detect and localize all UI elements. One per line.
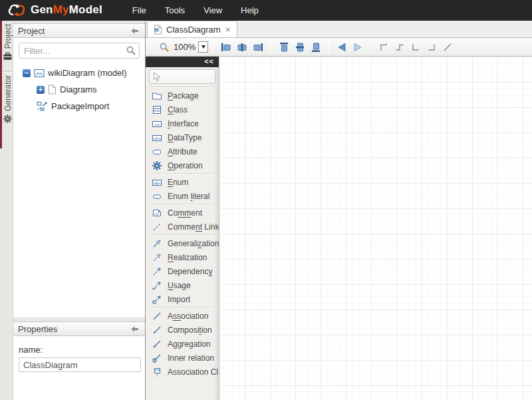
association-icon: [152, 311, 162, 321]
close-icon[interactable]: ×: [225, 25, 231, 35]
palette-divider: [150, 87, 215, 88]
palette-item-label: Operation: [168, 161, 203, 170]
palette-item-label: Association Cl...: [168, 367, 219, 377]
brand-logo[interactable]: GenMyModel: [0, 2, 102, 18]
connector-elbow-up-button[interactable]: [376, 40, 392, 55]
sidebar-tab-project[interactable]: Project: [2, 24, 13, 61]
menu-help[interactable]: Help: [236, 1, 263, 19]
properties-panel: Properties name:: [13, 321, 145, 400]
palette-item-label: Comment: [168, 208, 202, 218]
palette-item-composition[interactable]: Composition: [146, 323, 219, 337]
diagram-canvas[interactable]: [219, 57, 532, 400]
palette-item-label: Attribute: [168, 147, 198, 156]
sidebar-tab-generator[interactable]: Generator: [2, 75, 13, 123]
palette-item-usage[interactable]: Usage: [146, 278, 219, 292]
connector-elbow-l-button[interactable]: [408, 40, 424, 55]
menubar: GenMyModel File Tools View Help: [0, 0, 532, 21]
palette-item-label: Realization: [168, 253, 207, 262]
tree-item-diagrams[interactable]: + Diagrams: [19, 81, 140, 98]
flip-right-button[interactable]: [350, 40, 366, 55]
tool-palette: << Package Class «I» Interfac: [146, 57, 219, 400]
tab-classdiagram[interactable]: ClassDiagram ×: [147, 21, 237, 37]
filter-input[interactable]: [19, 43, 140, 59]
comment-link-icon: [152, 222, 162, 232]
palette-item-enum[interactable]: «E» Enum: [146, 175, 219, 189]
align-top-button[interactable]: [276, 40, 292, 55]
usage-icon: [152, 280, 162, 291]
genmymodel-app: GenMyModel File Tools View Help Project …: [0, 0, 532, 400]
connector-straight-button[interactable]: [440, 40, 456, 55]
align-left-button[interactable]: [218, 40, 234, 55]
palette-item-dependency[interactable]: Dependency: [146, 264, 219, 278]
palette-divider: [150, 204, 215, 205]
name-field[interactable]: [19, 357, 141, 372]
palette-item-association[interactable]: Association: [146, 309, 219, 323]
palette-item-datatype[interactable]: «D» DataType: [146, 130, 219, 144]
expand-expander-icon[interactable]: +: [37, 86, 45, 94]
palette-item-label: Package: [168, 91, 199, 100]
tree-item-packageimport[interactable]: PackageImport: [19, 98, 140, 114]
palette-item-attribute[interactable]: Attribute: [146, 144, 219, 158]
view-tabstrip: Project Generator: [0, 21, 13, 400]
align-middle-button[interactable]: [292, 40, 308, 55]
connector-elbow-zigzag-button[interactable]: [392, 40, 408, 55]
flip-left-button[interactable]: [334, 40, 350, 55]
class-diagram-file-icon: [154, 25, 162, 35]
palette-item-label: Class: [168, 105, 188, 114]
align-bottom-button[interactable]: [308, 40, 324, 55]
connector-elbow-j-button[interactable]: [424, 40, 440, 55]
palette-item-package[interactable]: Package: [146, 89, 219, 102]
tabstrip-divider: [3, 71, 12, 72]
palette-item-generalization[interactable]: Generalization: [146, 236, 219, 250]
generator-tab-label: Generator: [3, 75, 13, 111]
palette-item-aggregation[interactable]: Aggregation: [146, 337, 219, 351]
collapse-expander-icon[interactable]: −: [23, 69, 31, 77]
toolbar-separator: [271, 41, 271, 53]
realization-icon: [152, 252, 162, 263]
menu-file[interactable]: File: [128, 1, 151, 19]
palette-item-association-class[interactable]: Association Cl...: [146, 365, 219, 379]
palette-item-operation[interactable]: Operation: [146, 158, 219, 172]
datatype-icon: «D»: [152, 132, 162, 143]
palette-item-label: Inner relation: [168, 353, 214, 363]
association-class-icon: [152, 367, 162, 377]
toolbar-separator: [370, 41, 371, 53]
palette-item-comment-link[interactable]: Comment Link: [146, 220, 219, 234]
tree-item-model[interactable]: − wikiDiagram (model): [19, 65, 140, 81]
palette-item-comment[interactable]: Comment: [146, 206, 219, 220]
gear-icon: [3, 114, 12, 123]
palette-item-class[interactable]: Class: [146, 102, 219, 116]
palette-item-label: Usage: [168, 281, 191, 290]
palette-collapse-button[interactable]: <<: [146, 57, 219, 67]
palette-item-label: Generalization: [168, 239, 219, 248]
menu-tools[interactable]: Tools: [160, 1, 190, 19]
palette-divider: [150, 234, 215, 236]
palette-item-label: Enum: [168, 178, 188, 187]
interface-icon: «I»: [152, 118, 162, 129]
palette-item-inner-relation[interactable]: Inner relation: [146, 351, 219, 365]
palette-item-realization[interactable]: Realization: [146, 250, 219, 264]
align-right-button[interactable]: [250, 40, 266, 55]
palette-item-label: Aggregation: [168, 339, 211, 349]
palette-item-interface[interactable]: «I» Interface: [146, 116, 219, 130]
tab-label: ClassDiagram: [166, 25, 221, 35]
workspace: << Package Class «I» Interfac: [146, 57, 532, 400]
svg-text:«I»: «I»: [154, 122, 160, 126]
import-icon: [152, 294, 162, 305]
inner-relation-icon: [152, 353, 162, 363]
selection-tool[interactable]: [149, 69, 215, 84]
zoom-dropdown-button[interactable]: [198, 41, 208, 53]
cloud-logo-icon: [5, 2, 28, 18]
tree-item-label: wikiDiagram (model): [48, 68, 126, 78]
zoom-button[interactable]: [156, 40, 172, 55]
diagram-file-icon: [48, 85, 57, 95]
aggregation-icon: [152, 339, 162, 349]
palette-item-enum-literal[interactable]: Enum literal: [146, 189, 219, 203]
align-center-button[interactable]: [234, 40, 250, 55]
collapse-left-arrow-icon[interactable]: [131, 325, 140, 332]
palette-item-import[interactable]: Import: [146, 292, 219, 306]
project-panel: Project −: [13, 23, 145, 317]
collapse-left-arrow-icon[interactable]: [131, 27, 140, 34]
menu-view[interactable]: View: [199, 1, 227, 19]
palette-item-label: Composition: [168, 325, 212, 335]
